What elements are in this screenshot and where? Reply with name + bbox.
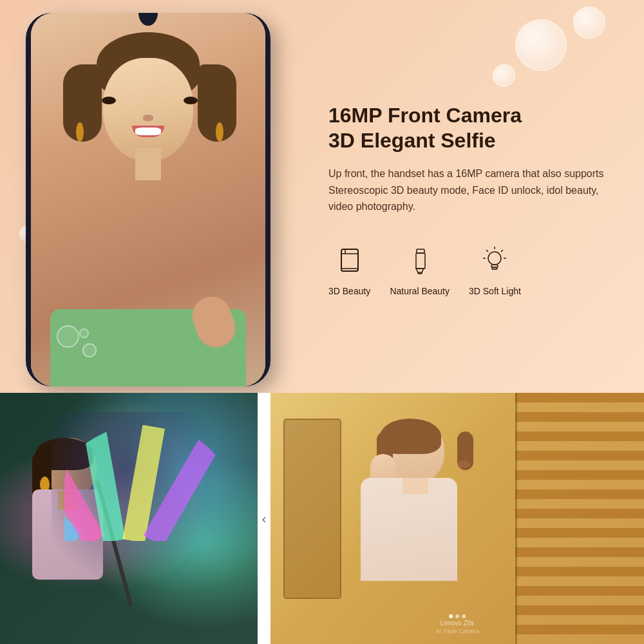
phone-screen — [31, 13, 265, 386]
feature-natural-beauty-label: Natural Beauty — [390, 286, 450, 296]
main-headline: 16MP Front Camera 3D Elegant Selfie — [328, 103, 618, 153]
camera-ui-circle-2 — [82, 343, 97, 357]
bubble-decoration-3 — [493, 64, 515, 87]
svg-line-11 — [501, 250, 503, 252]
brand-dot-2 — [455, 614, 459, 618]
3d-beauty-icon — [330, 241, 369, 279]
brand-sub: AI Triple Camera — [435, 628, 479, 634]
bottom-divider: ‹ — [258, 393, 270, 644]
svg-rect-4 — [417, 249, 424, 253]
brand-dot-active — [449, 614, 453, 618]
svg-point-9 — [488, 252, 501, 265]
svg-rect-0 — [341, 249, 358, 271]
brand-dots — [449, 614, 466, 618]
svg-rect-5 — [416, 253, 425, 269]
camera-ui-circle-3 — [79, 328, 89, 338]
features-row: 3D Beauty Natural Beauty — [328, 241, 618, 296]
feature-natural-beauty: Natural Beauty — [390, 241, 450, 296]
phone-mockup-container — [0, 0, 309, 393]
girl-silhouette-right — [335, 419, 515, 644]
bubble-decoration-1 — [515, 19, 567, 71]
feature-3d-soft-light: 3D Soft Light — [469, 241, 521, 296]
3d-soft-light-icon — [475, 241, 514, 279]
bottom-section: ‹ — [0, 393, 644, 644]
natural-beauty-icon — [401, 241, 439, 279]
brand-name: Lenovo Z6s — [440, 620, 474, 627]
phone-device — [26, 13, 270, 386]
feature-3d-beauty: 3D Beauty — [328, 241, 370, 296]
feature-3d-beauty-label: 3D Beauty — [328, 286, 370, 296]
bubble-decoration-2 — [573, 6, 605, 39]
info-section: 16MP Front Camera 3D Elegant Selfie Up f… — [309, 0, 644, 393]
svg-line-13 — [486, 250, 488, 252]
top-section: 16MP Front Camera 3D Elegant Selfie Up f… — [0, 0, 644, 393]
feature-3d-soft-light-label: 3D Soft Light — [469, 286, 521, 296]
left-arrow-button[interactable]: ‹ — [258, 506, 270, 531]
selfie-photo — [31, 13, 265, 386]
bottom-photo-right: Lenovo Z6s AI Triple Camera — [270, 393, 644, 644]
brand-watermark: Lenovo Z6s AI Triple Camera — [435, 614, 479, 634]
brand-dot-3 — [462, 614, 466, 618]
description-text: Up front, the handset has a 16MP camera … — [328, 166, 618, 215]
camera-ui-circle-1 — [57, 325, 79, 348]
bottom-photo-left — [0, 393, 258, 644]
umbrella-graphic — [52, 412, 232, 605]
